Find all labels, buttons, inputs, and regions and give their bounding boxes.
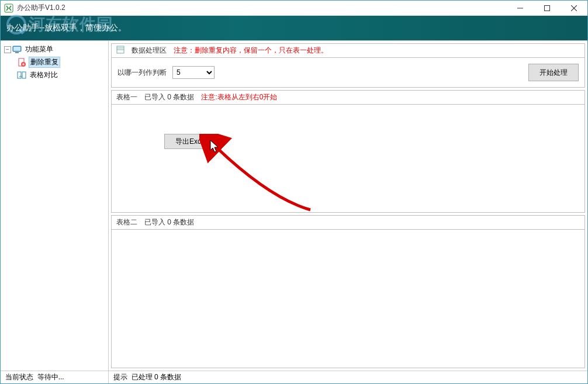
app-icon	[4, 4, 13, 13]
table1-body: 导出Excel	[112, 105, 584, 212]
statusbar: 当前状态 等待中... 提示 已处理 0 条数据	[1, 371, 587, 383]
status-state: 当前状态 等待中...	[1, 371, 109, 383]
book-icon	[116, 46, 124, 56]
sidebar-root-label: 功能菜单	[24, 44, 54, 54]
start-process-button[interactable]: 开始处理	[528, 64, 579, 81]
tree-collapse-icon[interactable]: −	[4, 46, 11, 53]
svg-rect-11	[22, 72, 26, 78]
annotation-arrow	[199, 134, 322, 216]
judge-column-select[interactable]: 5	[172, 66, 215, 79]
table2-name: 表格二	[116, 217, 137, 227]
window-controls	[507, 1, 587, 16]
table1-status: 已导入 0 条数据	[144, 92, 194, 102]
sidebar-item-label: 表格对比	[29, 70, 59, 80]
document-icon	[17, 58, 26, 67]
window-title: 办公助手V1.0.2	[17, 3, 507, 13]
minimize-button[interactable]	[507, 1, 534, 16]
processing-header: 数据处理区 注意：删除重复内容，保留一个，只在表一处理。	[112, 44, 584, 58]
banner: 河东软件园 办公助手--放松双手，简便办公。	[1, 16, 587, 40]
svg-rect-2	[545, 5, 550, 11]
main: 数据处理区 注意：删除重复内容，保留一个，只在表一处理。 以哪一列作判断 5 开…	[109, 41, 587, 371]
sidebar-item-remove-duplicates[interactable]: 删除重复	[2, 56, 107, 69]
sidebar-root[interactable]: − 功能菜单	[2, 43, 107, 56]
table1-name: 表格一	[116, 92, 137, 102]
table1-header: 表格一 已导入 0 条数据 注意:表格从左到右0开始	[112, 91, 584, 105]
svg-rect-7	[15, 52, 19, 53]
processing-title: 数据处理区	[132, 46, 167, 56]
monitor-icon	[12, 45, 22, 54]
judge-column-label: 以哪一列作判断	[117, 68, 167, 78]
table2-status: 已导入 0 条数据	[144, 217, 194, 227]
table2-group: 表格二 已导入 0 条数据	[111, 215, 585, 368]
processing-note: 注意：删除重复内容，保留一个，只在表一处理。	[174, 46, 328, 56]
compare-icon	[17, 71, 26, 80]
close-button[interactable]	[561, 1, 587, 16]
banner-text: 办公助手--放松双手，简便办公。	[6, 23, 126, 33]
sidebar-item-label: 删除重复	[29, 57, 60, 68]
app-window: 办公助手V1.0.2 河东软件园 办公助手--放松双手，简便办公。 −	[0, 0, 588, 384]
svg-rect-10	[18, 72, 21, 78]
processing-group: 数据处理区 注意：删除重复内容，保留一个，只在表一处理。 以哪一列作判断 5 开…	[111, 43, 585, 88]
svg-rect-6	[13, 47, 20, 51]
titlebar: 办公助手V1.0.2	[1, 1, 587, 16]
status-hint: 提示 已处理 0 条数据	[109, 371, 186, 383]
table1-group: 表格一 已导入 0 条数据 注意:表格从左到右0开始 导出Excel	[111, 90, 585, 213]
export-excel-button[interactable]: 导出Excel	[164, 134, 217, 149]
processing-body: 以哪一列作判断 5 开始处理	[112, 58, 584, 87]
sidebar: − 功能菜单 删除重复 表格对比	[1, 41, 109, 371]
table2-header: 表格二 已导入 0 条数据	[112, 216, 584, 230]
table2-body	[112, 230, 584, 368]
sidebar-item-table-compare[interactable]: 表格对比	[2, 69, 107, 81]
maximize-button[interactable]	[534, 1, 561, 16]
body: − 功能菜单 删除重复 表格对比	[1, 40, 587, 371]
table1-note: 注意:表格从左到右0开始	[201, 92, 277, 102]
